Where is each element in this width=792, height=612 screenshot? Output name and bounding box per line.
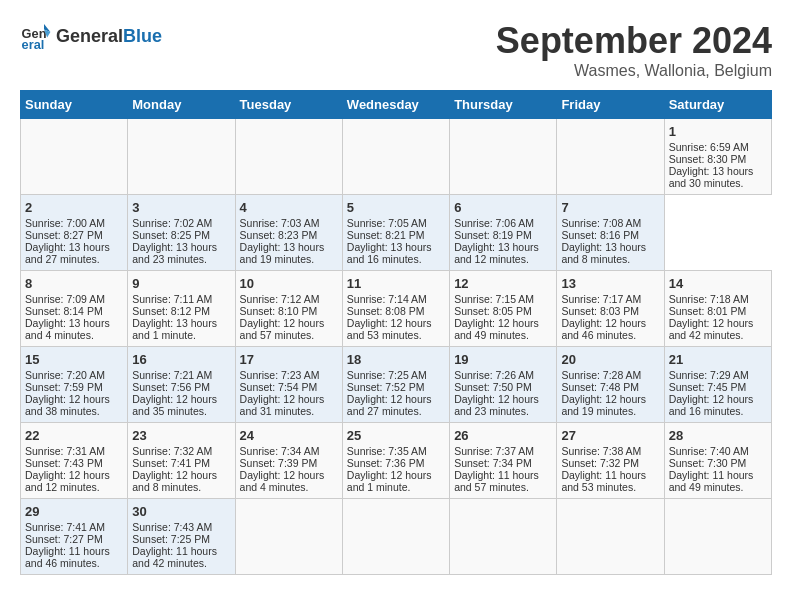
- calendar-cell: 3Sunrise: 7:02 AMSunset: 8:25 PMDaylight…: [128, 195, 235, 271]
- sunrise: Sunrise: 7:12 AM: [240, 293, 320, 305]
- sunrise: Sunrise: 7:02 AM: [132, 217, 212, 229]
- day-number: 7: [561, 200, 659, 215]
- month-title: September 2024: [496, 20, 772, 62]
- calendar-cell: 23Sunrise: 7:32 AMSunset: 7:41 PMDayligh…: [128, 423, 235, 499]
- daylight: Daylight: 11 hours and 42 minutes.: [132, 545, 217, 569]
- calendar-cell: [450, 119, 557, 195]
- svg-text:eral: eral: [22, 37, 45, 52]
- day-number: 26: [454, 428, 552, 443]
- sunset: Sunset: 7:39 PM: [240, 457, 318, 469]
- day-number: 6: [454, 200, 552, 215]
- sunrise: Sunrise: 7:41 AM: [25, 521, 105, 533]
- sunset: Sunset: 8:21 PM: [347, 229, 425, 241]
- sunset: Sunset: 8:19 PM: [454, 229, 532, 241]
- sunset: Sunset: 7:36 PM: [347, 457, 425, 469]
- calendar-cell: 7Sunrise: 7:08 AMSunset: 8:16 PMDaylight…: [557, 195, 664, 271]
- calendar-cell: [21, 119, 128, 195]
- sunrise: Sunrise: 7:21 AM: [132, 369, 212, 381]
- col-saturday: Saturday: [664, 91, 771, 119]
- daylight: Daylight: 12 hours and 4 minutes.: [240, 469, 325, 493]
- calendar-cell: 19Sunrise: 7:26 AMSunset: 7:50 PMDayligh…: [450, 347, 557, 423]
- calendar-cell: [557, 499, 664, 575]
- logo: Gen eral GeneralBlue: [20, 20, 162, 52]
- daylight: Daylight: 11 hours and 49 minutes.: [669, 469, 754, 493]
- sunrise: Sunrise: 7:43 AM: [132, 521, 212, 533]
- calendar-cell: 26Sunrise: 7:37 AMSunset: 7:34 PMDayligh…: [450, 423, 557, 499]
- day-number: 20: [561, 352, 659, 367]
- sunset: Sunset: 7:34 PM: [454, 457, 532, 469]
- sunset: Sunset: 8:05 PM: [454, 305, 532, 317]
- daylight: Daylight: 13 hours and 27 minutes.: [25, 241, 110, 265]
- sunrise: Sunrise: 7:05 AM: [347, 217, 427, 229]
- day-number: 13: [561, 276, 659, 291]
- sunrise: Sunrise: 7:03 AM: [240, 217, 320, 229]
- calendar-cell: 27Sunrise: 7:38 AMSunset: 7:32 PMDayligh…: [557, 423, 664, 499]
- calendar-cell: 20Sunrise: 7:28 AMSunset: 7:48 PMDayligh…: [557, 347, 664, 423]
- daylight: Daylight: 13 hours and 16 minutes.: [347, 241, 432, 265]
- day-number: 11: [347, 276, 445, 291]
- sunrise: Sunrise: 7:18 AM: [669, 293, 749, 305]
- sunrise: Sunrise: 7:40 AM: [669, 445, 749, 457]
- calendar-cell: 5Sunrise: 7:05 AMSunset: 8:21 PMDaylight…: [342, 195, 449, 271]
- sunrise: Sunrise: 7:31 AM: [25, 445, 105, 457]
- calendar-cell: 15Sunrise: 7:20 AMSunset: 7:59 PMDayligh…: [21, 347, 128, 423]
- sunset: Sunset: 7:25 PM: [132, 533, 210, 545]
- daylight: Daylight: 13 hours and 4 minutes.: [25, 317, 110, 341]
- daylight: Daylight: 13 hours and 8 minutes.: [561, 241, 646, 265]
- calendar-cell: 11Sunrise: 7:14 AMSunset: 8:08 PMDayligh…: [342, 271, 449, 347]
- day-number: 8: [25, 276, 123, 291]
- calendar-cell: [235, 119, 342, 195]
- calendar-cell: 28Sunrise: 7:40 AMSunset: 7:30 PMDayligh…: [664, 423, 771, 499]
- logo-wordmark: GeneralBlue: [56, 26, 162, 47]
- sunset: Sunset: 8:27 PM: [25, 229, 103, 241]
- day-number: 17: [240, 352, 338, 367]
- sunset: Sunset: 7:50 PM: [454, 381, 532, 393]
- day-number: 22: [25, 428, 123, 443]
- sunrise: Sunrise: 7:37 AM: [454, 445, 534, 457]
- calendar-cell: 14Sunrise: 7:18 AMSunset: 8:01 PMDayligh…: [664, 271, 771, 347]
- day-number: 27: [561, 428, 659, 443]
- day-number: 5: [347, 200, 445, 215]
- sunrise: Sunrise: 7:23 AM: [240, 369, 320, 381]
- day-number: 1: [669, 124, 767, 139]
- sunset: Sunset: 8:01 PM: [669, 305, 747, 317]
- daylight: Daylight: 12 hours and 23 minutes.: [454, 393, 539, 417]
- calendar-week-row: 29Sunrise: 7:41 AMSunset: 7:27 PMDayligh…: [21, 499, 772, 575]
- sunset: Sunset: 7:54 PM: [240, 381, 318, 393]
- col-thursday: Thursday: [450, 91, 557, 119]
- day-number: 29: [25, 504, 123, 519]
- calendar-week-row: 2Sunrise: 7:00 AMSunset: 8:27 PMDaylight…: [21, 195, 772, 271]
- calendar-cell: 1Sunrise: 6:59 AMSunset: 8:30 PMDaylight…: [664, 119, 771, 195]
- calendar-cell: [450, 499, 557, 575]
- sunset: Sunset: 7:56 PM: [132, 381, 210, 393]
- daylight: Daylight: 12 hours and 35 minutes.: [132, 393, 217, 417]
- daylight: Daylight: 12 hours and 1 minute.: [347, 469, 432, 493]
- col-sunday: Sunday: [21, 91, 128, 119]
- logo-blue: Blue: [123, 26, 162, 46]
- sunrise: Sunrise: 7:26 AM: [454, 369, 534, 381]
- day-number: 4: [240, 200, 338, 215]
- day-number: 24: [240, 428, 338, 443]
- sunset: Sunset: 8:10 PM: [240, 305, 318, 317]
- day-number: 10: [240, 276, 338, 291]
- calendar-cell: [235, 499, 342, 575]
- day-number: 16: [132, 352, 230, 367]
- sunrise: Sunrise: 6:59 AM: [669, 141, 749, 153]
- sunset: Sunset: 8:16 PM: [561, 229, 639, 241]
- calendar-week-row: 1Sunrise: 6:59 AMSunset: 8:30 PMDaylight…: [21, 119, 772, 195]
- daylight: Daylight: 12 hours and 42 minutes.: [669, 317, 754, 341]
- daylight: Daylight: 11 hours and 46 minutes.: [25, 545, 110, 569]
- sunrise: Sunrise: 7:25 AM: [347, 369, 427, 381]
- calendar-cell: 25Sunrise: 7:35 AMSunset: 7:36 PMDayligh…: [342, 423, 449, 499]
- daylight: Daylight: 12 hours and 31 minutes.: [240, 393, 325, 417]
- daylight: Daylight: 13 hours and 1 minute.: [132, 317, 217, 341]
- sunset: Sunset: 7:52 PM: [347, 381, 425, 393]
- calendar-week-row: 15Sunrise: 7:20 AMSunset: 7:59 PMDayligh…: [21, 347, 772, 423]
- daylight: Daylight: 12 hours and 49 minutes.: [454, 317, 539, 341]
- daylight: Daylight: 13 hours and 23 minutes.: [132, 241, 217, 265]
- day-number: 2: [25, 200, 123, 215]
- page-header: Gen eral GeneralBlue September 2024 Wasm…: [20, 20, 772, 80]
- daylight: Daylight: 12 hours and 46 minutes.: [561, 317, 646, 341]
- sunrise: Sunrise: 7:06 AM: [454, 217, 534, 229]
- sunset: Sunset: 7:43 PM: [25, 457, 103, 469]
